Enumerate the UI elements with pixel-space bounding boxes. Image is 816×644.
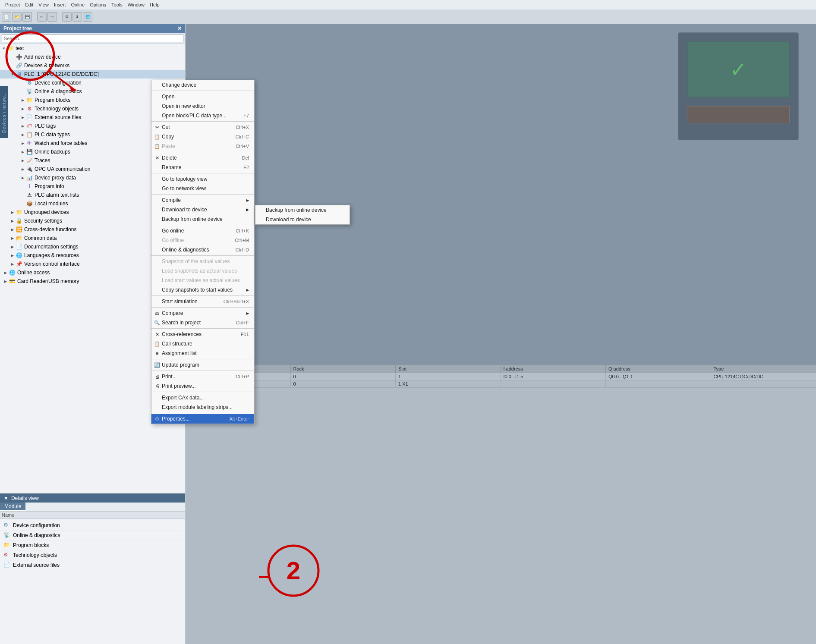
ctx-call-structure[interactable]: 📋 Call structure	[151, 339, 254, 349]
tags-toggle[interactable]: ▶	[21, 124, 25, 128]
menu-edit[interactable]: Edit	[23, 2, 35, 7]
plc1-toggle[interactable]: ▼	[10, 72, 15, 76]
access-toggle[interactable]: ▶	[3, 270, 8, 275]
ctx-copy[interactable]: 📋 Copy Ctrl+C	[151, 132, 254, 141]
tree-root[interactable]: ▼ 📁 test	[0, 44, 185, 53]
details-row-external[interactable]: 📄 External source files	[2, 560, 183, 570]
menu-options[interactable]: Options	[88, 2, 108, 7]
proxy-label: Device proxy data	[35, 175, 76, 181]
security-label: Security settings	[24, 218, 62, 224]
props-row2[interactable]: DI 14/DQ 10 0 1 X1	[186, 380, 816, 388]
prog-info-label: Program info	[35, 183, 64, 189]
menu-window[interactable]: Window	[126, 2, 146, 7]
details-online-icon: 📡	[3, 532, 10, 539]
ctx-cross-refs[interactable]: ✕ Cross-references F11	[151, 330, 254, 339]
menu-insert[interactable]: Insert	[52, 2, 68, 7]
ctx-rename[interactable]: Rename F2	[151, 163, 254, 172]
card-toggle[interactable]: ▶	[3, 279, 8, 283]
tree-search-input[interactable]	[2, 35, 183, 42]
menu-tools[interactable]: Tools	[110, 2, 124, 7]
ctx-export-labeling[interactable]: Export module labeling strips...	[151, 402, 254, 412]
ctx-online-diag[interactable]: Online & diagnostics Ctrl+D	[151, 245, 254, 254]
ctx-assignment-list[interactable]: ≡ Assignment list	[151, 349, 254, 358]
opc-toggle[interactable]: ▶	[21, 167, 25, 171]
menu-online[interactable]: Online	[69, 2, 86, 7]
prog-blocks-toggle[interactable]: ▶	[21, 98, 25, 102]
tree-item-plc1[interactable]: ▼ 🖥 PLC_1 [CPU 1214C DC/DC/DC]	[0, 70, 185, 79]
ctx-compare[interactable]: ⚖ Compare	[151, 308, 254, 318]
proxy-toggle[interactable]: ▶	[21, 176, 25, 180]
ctx-search[interactable]: 🔍 Search in project Ctrl+F	[151, 318, 254, 327]
new-btn[interactable]: 📄	[2, 12, 11, 22]
ctx-goto-network[interactable]: Go to network view	[151, 184, 254, 193]
tree-item-add-device[interactable]: ▶ ➕ Add new device	[0, 53, 185, 61]
ctx-go-online[interactable]: Go online Ctrl+K	[151, 226, 254, 236]
lang-label: Languages & resources	[24, 252, 79, 258]
ctx-goto-topology[interactable]: Go to topology view	[151, 174, 254, 184]
ctx-open[interactable]: Open	[151, 92, 254, 101]
add-device-icon: ➕	[16, 53, 22, 60]
cross-toggle[interactable]: ▶	[10, 227, 15, 232]
save-btn[interactable]: 💾	[22, 12, 32, 22]
redo-btn[interactable]: ↪	[47, 12, 57, 22]
details-row-device-config[interactable]: ⚙ Device configuration	[2, 521, 183, 531]
menu-view[interactable]: View	[37, 2, 50, 7]
details-collapse-icon[interactable]: ▼	[3, 495, 9, 501]
ctx-export-labeling-label: Export module labeling strips...	[162, 404, 233, 410]
lang-toggle[interactable]: ▶	[10, 253, 15, 258]
menu-project[interactable]: Project	[3, 2, 22, 7]
ctx-download[interactable]: Download to device ▶ Backup from online …	[151, 205, 254, 214]
details-row-prog-blocks[interactable]: 📁 Program blocks	[2, 540, 183, 550]
ctx-cross-refs-label: Cross-references	[162, 331, 202, 337]
traces-toggle[interactable]: ▶	[21, 158, 25, 163]
ctx-delete[interactable]: ✕ Delete Del	[151, 153, 254, 163]
menu-help[interactable]: Help	[148, 2, 161, 7]
ctx-properties[interactable]: ⚙ Properties... Alt+Enter	[151, 414, 254, 424]
ctx-start-sim[interactable]: Start simulation Ctrl+Shift+X	[151, 297, 254, 306]
submenu-download-item[interactable]: Download to device	[255, 215, 350, 224]
datatypes-toggle[interactable]: ▶	[21, 132, 25, 137]
undo-btn[interactable]: ↩	[37, 12, 47, 22]
compile-btn[interactable]: ⚙	[62, 12, 72, 22]
details-row-online-diag[interactable]: 📡 Online & diagnostics	[2, 531, 183, 540]
project-tree-close[interactable]: ✕	[177, 25, 182, 31]
details-row-technology[interactable]: ⚙ Technology objects	[2, 550, 183, 560]
ctx-print[interactable]: 🖨 Print... Ctrl+P	[151, 372, 254, 381]
ctx-open-block-plc[interactable]: Open block/PLC data type... F7	[151, 111, 254, 120]
details-tab-module[interactable]: Module	[0, 503, 25, 511]
root-label: test	[16, 45, 24, 51]
ctx-change-device[interactable]: Change device	[151, 80, 254, 90]
ctx-export-cax[interactable]: Export CAx data...	[151, 393, 254, 402]
ctx-open-new-editor[interactable]: Open in new editor	[151, 101, 254, 111]
sep12	[151, 392, 254, 392]
open-btn[interactable]: 📂	[12, 12, 22, 22]
common-toggle[interactable]: ▶	[10, 236, 15, 240]
ungrouped-toggle[interactable]: ▶	[10, 210, 15, 214]
doc-toggle[interactable]: ▶	[10, 245, 15, 249]
submenu-download-backup[interactable]: Backup from online device	[255, 205, 350, 215]
ctx-copy-snapshots[interactable]: Copy snapshots to start values	[151, 285, 254, 295]
ctx-print-preview[interactable]: 🖨 Print preview...	[151, 381, 254, 391]
sep6	[151, 255, 254, 256]
props-row1[interactable]: PLC_1 0 1 I0.0...I1.5 Q0.0...Q1.1 CPU 12…	[186, 373, 816, 380]
ctx-backup[interactable]: Backup from online device	[151, 214, 254, 224]
download-btn[interactable]: ⬇	[72, 12, 82, 22]
ext-toggle[interactable]: ▶	[21, 115, 25, 119]
sep10	[151, 359, 254, 359]
watch-toggle[interactable]: ▶	[21, 141, 25, 145]
ctx-compile[interactable]: Compile	[151, 195, 254, 205]
backups-toggle[interactable]: ▶	[21, 150, 25, 154]
details-online-label: Online & diagnostics	[13, 532, 60, 538]
plc-bottom-block	[687, 106, 790, 123]
ctx-cut[interactable]: ✂ Cut Ctrl+X	[151, 123, 254, 132]
ctx-change-device-label: Change device	[162, 82, 196, 88]
root-toggle[interactable]: ▼	[2, 46, 6, 50]
version-toggle[interactable]: ▶	[10, 262, 15, 266]
security-toggle[interactable]: ▶	[10, 219, 15, 223]
tree-item-devices-networks[interactable]: ▶ 🔗 Devices & networks	[0, 61, 185, 70]
ctx-update-program[interactable]: 🔄 Update program	[151, 360, 254, 370]
prog-blocks-label: Program blocks	[35, 97, 70, 103]
tech-toggle[interactable]: ▶	[21, 107, 25, 111]
ctx-open-new-editor-label: Open in new editor	[162, 103, 205, 109]
online-btn[interactable]: 🌐	[83, 12, 92, 22]
